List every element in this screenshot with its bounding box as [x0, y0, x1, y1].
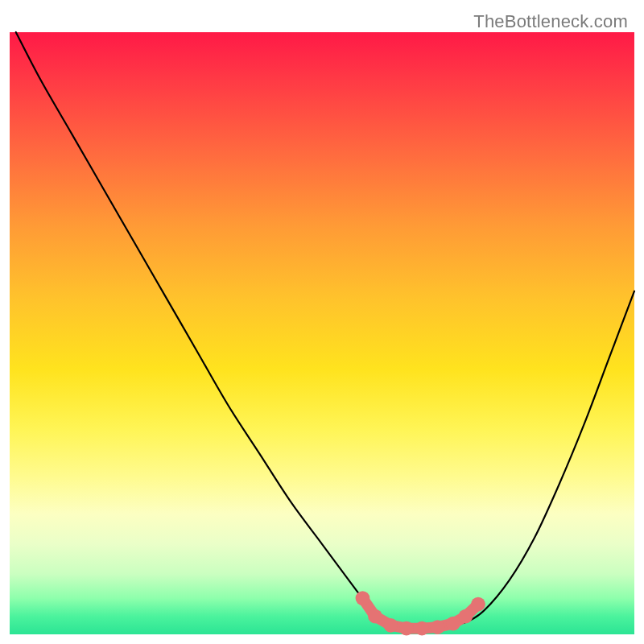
watermark-text: TheBottleneck.com: [473, 11, 628, 32]
chart-background-gradient: [10, 32, 634, 634]
minimum-marker-dot: [399, 621, 414, 636]
minimum-marker-dot: [415, 621, 429, 636]
chart-frame: TheBottleneck.com: [0, 0, 644, 644]
chart-svg: [10, 32, 634, 634]
minimum-marker-dot: [446, 617, 460, 631]
bottleneck-curve: [16, 32, 634, 629]
minimum-marker-dot: [368, 609, 382, 624]
minimum-marker-dot: [383, 618, 398, 633]
minimum-marker-dot: [431, 620, 445, 634]
minimum-marker-dot: [356, 591, 370, 605]
minimum-marker-dot: [471, 597, 485, 612]
minimum-markers: [356, 591, 485, 635]
minimum-marker-dot: [459, 609, 473, 624]
